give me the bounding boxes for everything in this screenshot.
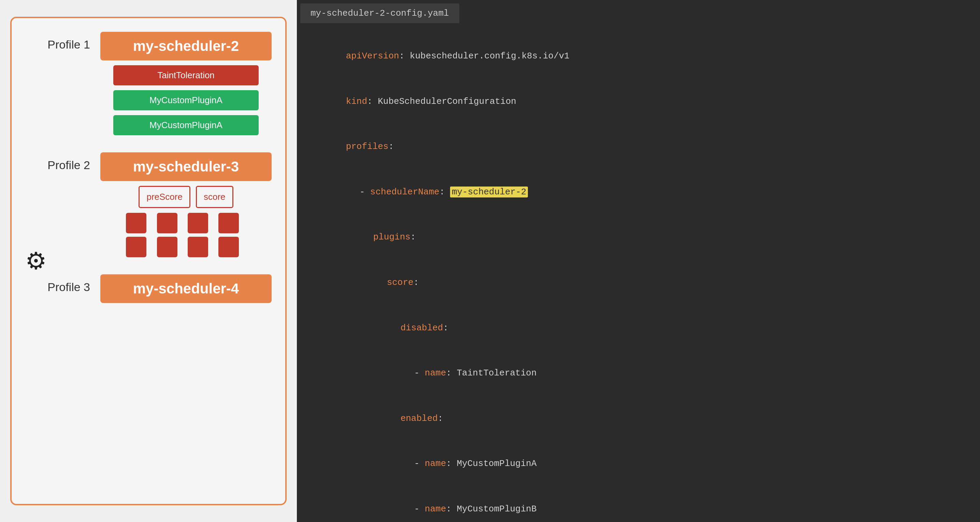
code-line-8: - name: TaintToleration bbox=[382, 351, 963, 396]
small-block-1 bbox=[126, 213, 146, 233]
diagram-container: ⚙ Profile 1 my-scheduler-2 TaintTolerati… bbox=[10, 17, 286, 505]
profile-1-content: my-scheduler-2 TaintToleration MyCustomP… bbox=[100, 32, 272, 135]
profile-2-label: Profile 2 bbox=[25, 152, 100, 172]
small-block-2 bbox=[157, 213, 177, 233]
profile-3-row: Profile 3 my-scheduler-4 bbox=[18, 274, 278, 303]
profile-2-content: my-scheduler-3 preScore score bbox=[100, 152, 272, 257]
small-block-6 bbox=[157, 237, 177, 257]
small-block-3 bbox=[188, 213, 208, 233]
code-line-1: apiVersion: kubescheduler.config.k8s.io/… bbox=[314, 34, 963, 79]
plugin-prescore: preScore bbox=[138, 186, 190, 208]
profile-1-row: Profile 1 my-scheduler-2 TaintToleration… bbox=[18, 32, 278, 135]
code-content: apiVersion: kubescheduler.config.k8s.io/… bbox=[297, 23, 980, 522]
code-line-7: disabled: bbox=[369, 305, 963, 351]
scheduler-1-box: my-scheduler-2 bbox=[100, 32, 272, 61]
gear-icon: ⚙ bbox=[25, 247, 47, 275]
profile-3-content: my-scheduler-4 bbox=[100, 274, 272, 303]
profile-1-label: Profile 1 bbox=[25, 32, 100, 51]
small-block-8 bbox=[218, 237, 239, 257]
code-line-4: - schedulerName: my-scheduler-2 bbox=[328, 169, 963, 215]
plugin-custom-a-1: MyCustomPluginA bbox=[113, 90, 259, 110]
code-line-6: score: bbox=[355, 260, 963, 305]
code-line-10: - name: MyCustomPluginA bbox=[382, 441, 963, 487]
code-tab: my-scheduler-2-config.yaml bbox=[300, 3, 459, 23]
small-red-blocks bbox=[126, 213, 246, 257]
profile-3-label: Profile 3 bbox=[25, 274, 100, 294]
code-line-9: enabled: bbox=[369, 396, 963, 441]
profile-2-plugin-row: preScore score bbox=[113, 186, 259, 208]
code-line-11: - name: MyCustomPluginB bbox=[382, 487, 963, 522]
scheduler-2-box: my-scheduler-3 bbox=[100, 152, 272, 181]
plugin-score: score bbox=[196, 186, 234, 208]
scheduler-3-box: my-scheduler-4 bbox=[100, 274, 272, 303]
plugin-custom-a-2: MyCustomPluginA bbox=[113, 115, 259, 135]
code-editor-panel: my-scheduler-2-config.yaml apiVersion: k… bbox=[297, 0, 980, 522]
code-line-5: plugins: bbox=[341, 214, 963, 260]
profile-2-row: Profile 2 my-scheduler-3 preScore score bbox=[18, 152, 278, 257]
small-block-7 bbox=[188, 237, 208, 257]
code-line-3: profiles: bbox=[314, 124, 963, 169]
small-block-5 bbox=[126, 237, 146, 257]
plugin-taint-toleration: TaintToleration bbox=[113, 65, 259, 85]
small-block-4 bbox=[218, 213, 239, 233]
diagram-panel: ⚙ Profile 1 my-scheduler-2 TaintTolerati… bbox=[0, 0, 297, 522]
code-line-2: kind: KubeSchedulerConfiguration bbox=[314, 79, 963, 125]
